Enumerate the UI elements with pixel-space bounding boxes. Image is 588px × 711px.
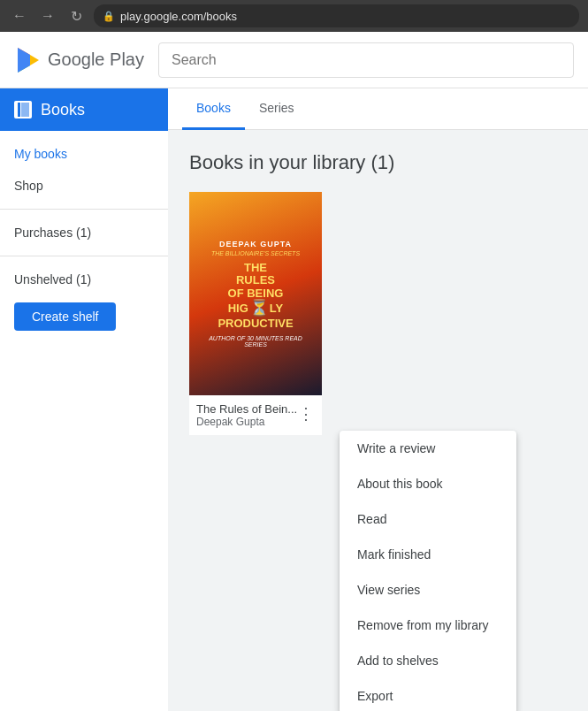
- books-grid: DEEPAK GUPTA THE BILLIONAIRE'S SECRETS T…: [189, 192, 567, 435]
- play-logo-icon: [14, 46, 42, 74]
- address-text: play.google.com/books: [120, 10, 237, 23]
- book-card[interactable]: DEEPAK GUPTA THE BILLIONAIRE'S SECRETS T…: [189, 192, 322, 435]
- sidebar-header: Books: [0, 88, 168, 131]
- sidebar: Books My books Shop Purchases (1) Unshel…: [0, 88, 168, 711]
- google-play-logo[interactable]: Google Play: [14, 46, 144, 74]
- library-title: Books in your library (1): [189, 151, 567, 174]
- context-menu-item-export[interactable]: Export: [340, 678, 516, 711]
- sidebar-nav: My books Shop Purchases (1) Unshelved (1…: [0, 131, 168, 345]
- site-header: Google Play: [0, 32, 588, 88]
- book-cover-title: THE RULES OF BEING HIG ⏳ LY PRODUCTIVE: [218, 262, 293, 330]
- tab-books[interactable]: Books: [182, 88, 245, 130]
- forward-button[interactable]: →: [37, 5, 58, 27]
- tabs-bar: Books Series: [168, 88, 588, 130]
- sidebar-books-title: Books: [41, 101, 85, 119]
- main-layout: Books My books Shop Purchases (1) Unshel…: [0, 88, 588, 711]
- sidebar-item-shop[interactable]: Shop: [0, 170, 168, 202]
- books-icon: [14, 101, 32, 119]
- book-cover: DEEPAK GUPTA THE BILLIONAIRE'S SECRETS T…: [189, 192, 322, 395]
- book-cover-subtitle: THE BILLIONAIRE'S SECRETS: [211, 250, 300, 256]
- reload-button[interactable]: ↻: [65, 5, 87, 27]
- logo-text: Google Play: [48, 50, 144, 70]
- svg-rect-2: [21, 103, 29, 117]
- context-menu-item-write-review[interactable]: Write a review: [340, 431, 516, 466]
- sidebar-divider-1: [0, 209, 168, 210]
- book-more-button[interactable]: ⋮: [294, 401, 318, 426]
- sidebar-divider-2: [0, 256, 168, 256]
- sidebar-item-purchases[interactable]: Purchases (1): [0, 217, 168, 248]
- context-menu-item-mark-finished[interactable]: Mark finished: [340, 537, 516, 572]
- address-bar[interactable]: 🔒 play.google.com/books: [94, 4, 579, 27]
- back-button[interactable]: ←: [9, 5, 30, 27]
- lock-icon: 🔒: [103, 11, 115, 22]
- book-cover-author: DEEPAK GUPTA: [219, 240, 292, 248]
- context-menu-item-view-series[interactable]: View series: [340, 572, 516, 608]
- context-menu: Write a review About this book Read Mark…: [340, 431, 516, 711]
- book-cover-bottom: AUTHOR OF 30 MINUTES READ SERIES: [200, 335, 311, 348]
- tab-series[interactable]: Series: [245, 88, 309, 130]
- create-shelf-button[interactable]: Create shelf: [14, 302, 116, 331]
- search-input[interactable]: [158, 42, 574, 78]
- sidebar-item-my-books[interactable]: My books: [0, 138, 168, 170]
- context-menu-item-remove[interactable]: Remove from my library: [340, 608, 516, 643]
- content-area: Books in your library (1) DEEPAK GUPTA T…: [168, 130, 588, 456]
- context-menu-item-read[interactable]: Read: [340, 501, 516, 537]
- browser-chrome: ← → ↻ 🔒 play.google.com/books: [0, 0, 588, 32]
- sidebar-item-unshelved[interactable]: Unshelved (1): [0, 264, 168, 295]
- svg-rect-1: [18, 103, 20, 117]
- context-menu-item-add-shelves[interactable]: Add to shelves: [340, 643, 516, 678]
- context-menu-item-about[interactable]: About this book: [340, 466, 516, 501]
- main-content: Books Series Books in your library (1) D…: [168, 88, 588, 711]
